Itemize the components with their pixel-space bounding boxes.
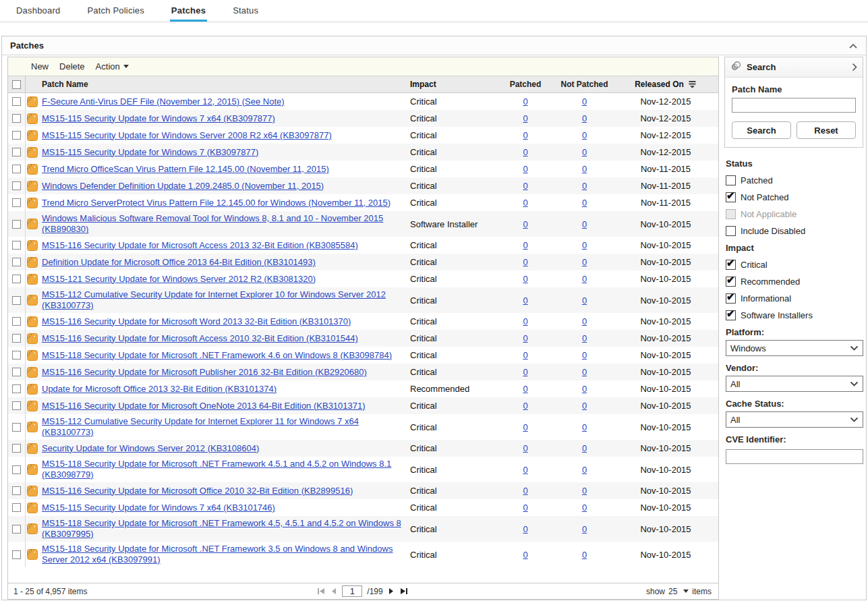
row-checkbox[interactable] [12,334,21,343]
not-patched-count-link[interactable]: 0 [582,422,587,432]
not-patched-count-link[interactable]: 0 [582,350,587,360]
row-checkbox[interactable] [12,368,21,376]
filter-software-installers[interactable]: Software Installers [726,310,863,320]
search-button[interactable]: Search [732,121,791,139]
row-checkbox[interactable] [12,258,21,266]
platform-select[interactable]: Windows [726,340,863,356]
row-checkbox[interactable] [12,317,21,326]
patched-count-link[interactable]: 0 [523,316,527,326]
not-patched-count-link[interactable]: 0 [582,147,587,157]
not-patched-count-link[interactable]: 0 [582,113,587,123]
new-button[interactable]: New [31,61,49,71]
patched-count-link[interactable]: 0 [523,295,527,306]
checkbox[interactable] [726,310,736,320]
patch-name-link[interactable]: Security Update for Windows Server 2012 … [42,443,259,454]
patch-name-link[interactable]: MS15-112 Cumulative Security Update for … [42,416,402,438]
filter-include-disabled[interactable]: Include Disabled [726,226,863,236]
last-page-icon[interactable] [399,587,408,595]
tab-dashboard[interactable]: Dashboard [15,0,61,22]
patch-name-link[interactable]: Update for Microsoft Office 2013 32-Bit … [42,384,277,395]
patched-count-link[interactable]: 0 [523,550,527,560]
patch-name-link[interactable]: MS15-118 Security Update for Microsoft .… [42,518,402,540]
row-checkbox[interactable] [12,444,21,453]
patched-count-link[interactable]: 0 [523,257,527,267]
row-checkbox[interactable] [12,423,21,432]
checkbox[interactable] [726,260,736,270]
not-patched-count-link[interactable]: 0 [582,524,587,534]
patched-count-link[interactable]: 0 [523,164,527,174]
sort-descending-icon[interactable] [688,80,697,88]
row-checkbox[interactable] [12,131,21,140]
column-released-on[interactable]: Released On [613,80,718,89]
patch-name-link[interactable]: Windows Defender Definition Update 1.209… [42,181,324,192]
patch-name-link[interactable]: Trend Micro OfficeScan Virus Pattern Fil… [42,164,329,175]
patch-name-link[interactable]: MS15-118 Security Update for Microsoft .… [42,459,402,480]
patch-name-link[interactable]: MS15-116 Security Update for Microsoft A… [42,333,358,344]
patched-count-link[interactable]: 0 [523,422,527,432]
not-patched-count-link[interactable]: 0 [582,486,587,496]
patched-count-link[interactable]: 0 [523,465,527,475]
patched-count-link[interactable]: 0 [523,401,527,411]
patch-name-link[interactable]: MS15-116 Security Update for Microsoft W… [42,316,351,327]
not-patched-count-link[interactable]: 0 [582,96,587,107]
filter-informational[interactable]: Informational [726,293,863,304]
row-checkbox[interactable] [12,503,21,512]
patch-name-link[interactable]: MS15-115 Security Update for Windows 7 x… [42,113,275,124]
not-patched-count-link[interactable]: 0 [582,164,587,174]
row-checkbox[interactable] [12,181,21,190]
patched-count-link[interactable]: 0 [523,274,527,284]
patch-name-link[interactable]: MS15-112 Cumulative Security Update for … [42,289,402,311]
patched-count-link[interactable]: 0 [523,219,527,229]
tab-patches[interactable]: Patches [170,0,207,22]
patch-name-link[interactable]: MS15-118 Security Update for Microsoft .… [42,350,392,361]
page-size-dropdown[interactable]: 25 [668,587,689,596]
patch-name-link[interactable]: MS15-116 Security Update for Microsoft A… [42,240,358,251]
checkbox[interactable] [726,192,736,202]
action-menu[interactable]: Action [96,61,129,71]
patched-count-link[interactable]: 0 [523,486,527,496]
patched-count-link[interactable]: 0 [523,113,527,123]
page-number-input[interactable] [342,585,362,597]
next-page-icon[interactable] [388,587,395,595]
not-patched-count-link[interactable]: 0 [582,295,587,306]
patched-count-link[interactable]: 0 [523,384,527,394]
patch-name-link[interactable]: MS15-116 Security Update for Microsoft O… [42,401,366,411]
patch-name-link[interactable]: MS15-115 Security Update for Windows 7 x… [42,502,275,513]
row-checkbox[interactable] [12,198,21,207]
not-patched-count-link[interactable]: 0 [582,401,587,411]
patch-name-link[interactable]: Trend Micro ServerProtect Virus Pattern … [42,198,390,208]
filter-patched[interactable]: Patched [726,175,863,185]
row-checkbox[interactable] [12,97,21,106]
patch-name-link[interactable]: MS15-116 Security Update for Microsoft O… [42,486,353,496]
not-patched-count-link[interactable]: 0 [582,219,587,229]
patched-count-link[interactable]: 0 [523,130,527,140]
vendor-select[interactable]: All [726,376,863,392]
row-checkbox[interactable] [12,550,21,559]
column-patch-name[interactable]: Patch Name [26,78,407,91]
patched-count-link[interactable]: 0 [523,181,527,191]
patched-count-link[interactable]: 0 [523,350,527,360]
checkbox[interactable] [726,293,736,304]
filter-not-patched[interactable]: Not Patched [726,192,863,202]
checkbox[interactable] [726,226,736,236]
row-checkbox[interactable] [12,220,21,229]
column-impact[interactable]: Impact [407,80,495,89]
not-patched-count-link[interactable]: 0 [582,443,587,453]
filter-critical[interactable]: Critical [726,260,863,270]
patch-name-link[interactable]: MS15-118 Security Update for Microsoft .… [42,544,402,565]
not-patched-count-link[interactable]: 0 [582,465,587,475]
column-not-patched[interactable]: Not Patched [556,80,613,89]
select-all-checkbox[interactable] [12,80,21,89]
patch-name-link[interactable]: MS15-116 Security Update for Microsoft P… [42,367,367,378]
row-checkbox[interactable] [12,165,21,173]
chevron-up-icon[interactable] [848,42,858,49]
row-checkbox[interactable] [12,275,21,283]
patched-count-link[interactable]: 0 [523,240,527,250]
not-patched-count-link[interactable]: 0 [582,316,587,326]
patched-count-link[interactable]: 0 [523,333,527,343]
row-checkbox[interactable] [12,296,21,305]
chevron-right-icon[interactable] [852,63,857,71]
patched-count-link[interactable]: 0 [523,198,527,208]
cve-identifier-input[interactable] [726,449,863,464]
patched-count-link[interactable]: 0 [523,502,527,513]
